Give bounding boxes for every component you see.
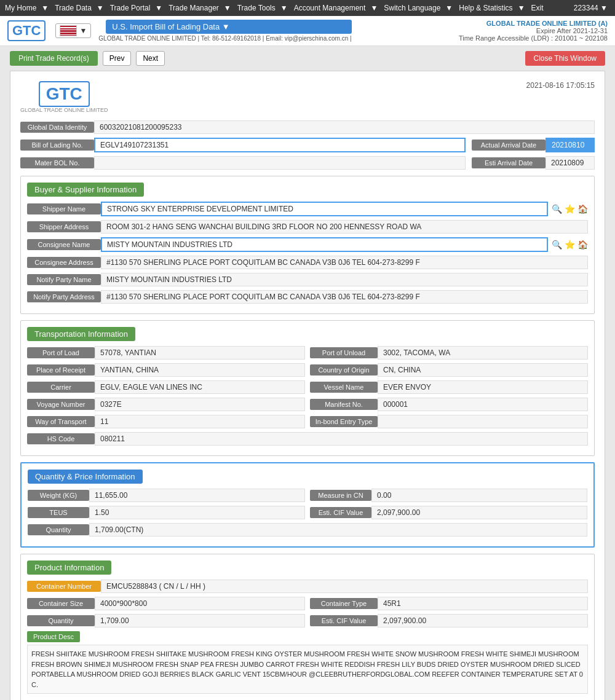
country-origin-value: CN, CHINA xyxy=(378,363,588,377)
product-header: Product Information xyxy=(27,560,111,575)
logo: GTC xyxy=(7,20,46,41)
mater-bol-row: Mater BOL No. Esti Arrival Date 20210809 xyxy=(20,156,595,170)
global-data-identity-label: Global Data Identity xyxy=(20,122,94,133)
bol-label: Bill of Lading No. xyxy=(20,140,94,151)
consignee-name-value: MISTY MOUNTAIN INDUSTRIES LTD xyxy=(101,237,548,252)
top-action-bar: Print Trade Record(s) Prev Next Close Th… xyxy=(0,46,615,71)
notify-name-value: MISTY MOUNTAIN INDUSTRIES LTD xyxy=(101,273,588,286)
nav-trade-manager[interactable]: Trade Manager xyxy=(169,4,219,12)
global-data-identity-value: 60032021081200095233 xyxy=(94,120,595,134)
consignee-star-icon[interactable]: ⭐ xyxy=(565,240,575,250)
weight-label: Weight (KG) xyxy=(28,490,89,501)
place-receipt-row: Place of Receipt YANTIAN, CHINA Country … xyxy=(27,363,588,377)
consignee-name-row: Consignee Name MISTY MOUNTAIN INDUSTRIES… xyxy=(27,237,588,252)
page-header: GTC ▼ U.S. Import Bill of Lading Data ▼ … xyxy=(0,16,615,46)
esti-cif-label: Esti. CIF Value xyxy=(310,507,371,518)
product-desc-label[interactable]: Product Desc xyxy=(27,631,80,642)
product-quantity-label: Quantity xyxy=(27,615,95,626)
esti-arrival-label: Esti Arrival Date xyxy=(472,157,546,168)
product-desc-value: FRESH SHIITAKE MUSHROOM FRESH SHIITAKE M… xyxy=(27,645,588,694)
vessel-name-label: Vessel Name xyxy=(310,382,378,393)
nav-trade-portal[interactable]: Trade Portal xyxy=(110,4,151,12)
teus-value: 1.50 xyxy=(89,506,305,519)
container-number-value: EMCU5288843 ( CN / L / HH ) xyxy=(101,580,588,593)
actual-arrival-label: Actual Arrival Date xyxy=(472,140,546,151)
port-unload-label: Port of Unload xyxy=(310,347,378,358)
consignee-search-icon[interactable]: 🔍 xyxy=(552,240,562,250)
flag-dropdown-icon: ▼ xyxy=(79,26,87,35)
teus-row: TEUS 1.50 Esti. CIF Value 2,097,900.00 xyxy=(28,506,587,519)
prev-button[interactable]: Prev xyxy=(103,51,132,66)
port-load-row: Port of Load 57078, YANTIAN Port of Unlo… xyxy=(27,346,588,360)
top-navigation: My Home ▼ Trade Data ▼ Trade Portal ▼ Tr… xyxy=(0,0,615,16)
weight-row: Weight (KG) 11,655.00 Measure in CN 0.00 xyxy=(28,489,587,502)
product-esti-cif-value: 2,097,900.00 xyxy=(378,614,588,627)
hs-code-value: 080211 xyxy=(95,432,588,446)
quantity-price-header: Quantity & Price Information xyxy=(28,470,143,484)
teus-label: TEUS xyxy=(28,507,89,518)
flag-us-icon xyxy=(60,25,77,36)
nav-exit[interactable]: Exit xyxy=(531,4,544,12)
notify-name-row: Notify Party Name MISTY MOUNTAIN INDUSTR… xyxy=(27,273,588,286)
shipper-star-icon[interactable]: ⭐ xyxy=(565,204,575,214)
notify-address-value: #1130 570 SHERLING PLACE PORT COQUITLAM … xyxy=(101,290,588,304)
shipper-address-label: Shipper Address xyxy=(27,221,101,232)
nav-help-statistics[interactable]: Help & Statistics xyxy=(459,4,512,12)
shipper-name-row: Shipper Name STRONG SKY ENTERPRISE DEVEL… xyxy=(27,202,588,216)
container-number-label: Container Number xyxy=(27,581,101,592)
nav-account-management[interactable]: Account Management xyxy=(294,4,366,12)
shipper-search-icon[interactable]: 🔍 xyxy=(552,204,562,214)
container-size-row: Container Size 4000*900*800 Container Ty… xyxy=(27,597,588,610)
flag-selector[interactable]: ▼ xyxy=(55,23,91,38)
product-quantity-value: 1,709.00 xyxy=(95,614,305,627)
expire-date: Expire After 2021-12-31 xyxy=(459,27,608,34)
selector-label[interactable]: U.S. Import Bill of Lading Data ▼ xyxy=(106,20,351,34)
port-load-value: 57078, YANTIAN xyxy=(95,346,305,360)
nav-my-home[interactable]: My Home xyxy=(5,4,36,12)
voyage-row: Voyage Number 0327E Manifest No. 000001 xyxy=(27,398,588,411)
shipper-icons: 🔍 ⭐ 🏠 xyxy=(552,204,588,214)
notify-address-row: Notify Party Address #1130 570 SHERLING … xyxy=(27,290,588,304)
account-number: 223344 ▼ xyxy=(574,4,608,12)
container-size-value: 4000*900*800 xyxy=(95,597,305,610)
product-esti-cif-label: Esti. CIF Value xyxy=(310,615,378,626)
consignee-name-label: Consignee Name xyxy=(27,239,101,250)
time-range: Time Range Accessible (LDR) : 201001 ~ 2… xyxy=(459,34,608,42)
header-right: GLOBAL TRADE ONLINE LIMITED (A) Expire A… xyxy=(459,20,608,42)
nav-trade-data[interactable]: Trade Data xyxy=(55,4,92,12)
shipper-home-icon[interactable]: 🏠 xyxy=(577,204,588,214)
container-number-row: Container Number EMCU5288843 ( CN / L / … xyxy=(27,580,588,593)
place-receipt-value: YANTIAN, CHINA xyxy=(95,363,305,377)
marks-container: Marks and Numbers THE SAME THE SAME THE … xyxy=(27,698,588,700)
company-name: GLOBAL TRADE ONLINE LIMITED (A) xyxy=(459,20,608,27)
quantity-label: Quantity xyxy=(28,524,89,535)
transportation-header: Transportation Information xyxy=(27,327,135,341)
next-button[interactable]: Next xyxy=(136,51,165,66)
data-selector[interactable]: U.S. Import Bill of Lading Data ▼ GLOBAL… xyxy=(98,20,351,42)
carrier-row: Carrier EGLV, EAGLE VAN LINES INC Vessel… xyxy=(27,380,588,394)
close-button[interactable]: Close This Window xyxy=(525,51,605,66)
card-logo-text: GTC xyxy=(39,81,90,107)
nav-switch-language[interactable]: Switch Language xyxy=(384,4,440,12)
actual-arrival-value: 20210810 xyxy=(546,138,595,152)
mater-bol-value xyxy=(94,156,466,170)
shipper-name-value: STRONG SKY ENTERPRISE DEVELOPMENT LIMITE… xyxy=(101,202,548,216)
esti-arrival-value: 20210809 xyxy=(546,156,595,170)
country-origin-label: Country of Origin xyxy=(310,364,378,376)
main-card: GTC GLOBAL TRADE ONLINE LIMITED 2021-08-… xyxy=(10,71,605,700)
way-transport-label: Way of Transport xyxy=(27,416,95,427)
weight-value: 11,655.00 xyxy=(89,489,305,502)
consignee-address-label: Consignee Address xyxy=(27,257,101,268)
port-load-label: Port of Load xyxy=(27,347,95,358)
nav-trade-tools[interactable]: Trade Tools xyxy=(237,4,276,12)
notify-address-label: Notify Party Address xyxy=(27,291,101,302)
card-logo-sub: GLOBAL TRADE ONLINE LIMITED xyxy=(20,107,108,113)
consignee-address-value: #1130 570 SHERLING PLACE PORT COQUITLAM … xyxy=(101,256,588,269)
container-type-label: Container Type xyxy=(310,598,378,609)
print-button[interactable]: Print Trade Record(s) xyxy=(10,51,98,66)
esti-cif-value: 2,097,900.00 xyxy=(371,506,587,519)
way-transport-value: 11 xyxy=(95,415,305,428)
manifest-value: 000001 xyxy=(378,398,588,411)
manifest-label: Manifest No. xyxy=(310,399,378,410)
consignee-home-icon[interactable]: 🏠 xyxy=(577,240,588,250)
